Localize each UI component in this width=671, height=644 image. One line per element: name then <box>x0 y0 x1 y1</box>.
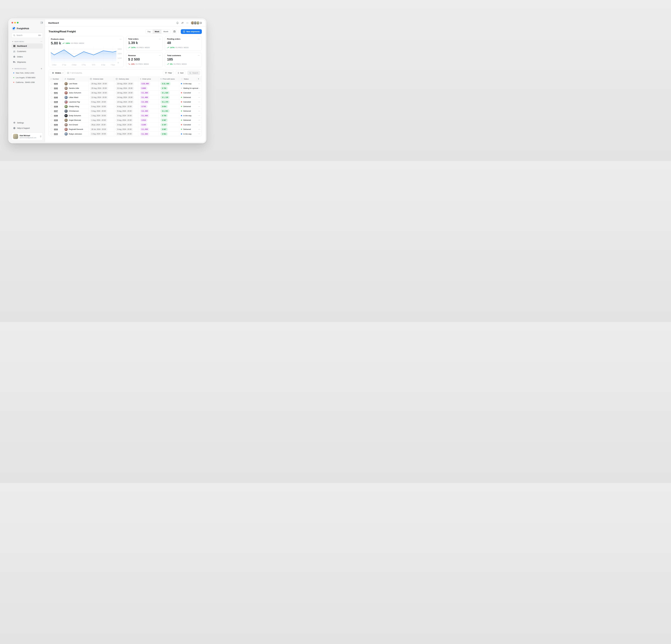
row-checkbox[interactable] <box>51 101 53 103</box>
row-menu-icon[interactable] <box>198 83 200 84</box>
entity-dropdown[interactable]: Orders <box>50 71 65 75</box>
order-number[interactable]: 0235 <box>54 124 58 126</box>
range-tab-month[interactable]: Month <box>161 29 170 34</box>
table-row[interactable]: 0241 J Julius Schumm 16 Aug, 2024 - 20:3… <box>49 91 202 95</box>
table-row[interactable]: 0234 R Reginald Denesik 28 Jul, 2024 - 2… <box>49 127 202 132</box>
row-menu-icon[interactable] <box>198 120 200 120</box>
sidebar-item-shipments[interactable]: Shipments <box>12 60 43 65</box>
brand-name: FreightHub <box>17 27 29 30</box>
sidebar-item-orders[interactable]: Orders <box>12 54 43 59</box>
row-menu-icon[interactable] <box>198 111 200 111</box>
zoom-window-button[interactable] <box>17 22 18 24</box>
stat-value: 185 <box>167 57 200 63</box>
column-header-delivery-date[interactable]: Delivery date <box>114 76 138 81</box>
order-number[interactable]: 0236 <box>54 119 58 121</box>
order-number[interactable]: 0243 <box>54 83 58 85</box>
column-header-status[interactable]: Status <box>179 76 202 81</box>
order-number[interactable]: 0242 <box>54 87 58 89</box>
table-row[interactable]: 0237 C Christiansen 3 Aug, 2024 - 20:30 … <box>49 109 202 113</box>
warehouse-item-california-56483-1098[interactable]: California . 56483-1098 <box>12 80 43 85</box>
row-checkbox[interactable] <box>51 92 53 94</box>
column-header-number[interactable]: # Number <box>49 76 63 81</box>
search-box[interactable]: ⌘K <box>12 33 43 38</box>
more-options-icon[interactable] <box>186 23 188 23</box>
stat-card-menu-icon[interactable] <box>198 39 200 39</box>
stat-card-menu-icon[interactable] <box>159 39 161 39</box>
add-column-button[interactable] <box>197 77 200 81</box>
row-menu-icon[interactable] <box>198 125 200 125</box>
filter-button[interactable]: Filter <box>163 71 174 75</box>
table-row[interactable]: 0236 A Angel Zboncak 1 Aug, 2024 - 20:30… <box>49 118 202 123</box>
row-checkbox[interactable] <box>51 83 53 85</box>
stat-card-menu-icon[interactable] <box>198 55 200 56</box>
search-input[interactable] <box>16 34 37 36</box>
warehouses-section-header[interactable]: WAREHOUSES <box>12 68 42 69</box>
column-header-price-with-taxes[interactable]: $ Price with taxes <box>159 76 179 81</box>
new-shipments-button[interactable]: New shipments <box>181 29 202 34</box>
order-number[interactable]: 0239 <box>54 101 58 103</box>
table-row[interactable]: 0238 G Gladys Kling 5 Aug, 2024 - 20:30 … <box>49 104 202 109</box>
range-tab-day[interactable]: Day <box>145 29 153 34</box>
chart-card-menu-icon[interactable] <box>120 39 122 39</box>
order-number[interactable]: 0237 <box>54 110 58 112</box>
table-search-button[interactable]: Search <box>187 71 200 75</box>
notifications-bell-icon[interactable] <box>176 22 179 24</box>
add-warehouse-icon[interactable] <box>41 68 42 69</box>
main-menu-options-icon[interactable] <box>40 41 42 42</box>
close-window-button[interactable] <box>12 22 13 24</box>
warehouse-item-new-york-31912-1443[interactable]: New York. 31912-1443 <box>12 70 43 75</box>
column-header-ordered-date[interactable]: Ordered date <box>88 76 114 81</box>
user-menu-updown-icon[interactable] <box>40 136 41 137</box>
row-menu-icon[interactable] <box>198 102 200 102</box>
columns-summary[interactable]: 7 of 8 Columns <box>67 72 82 74</box>
row-checkbox[interactable] <box>51 110 53 112</box>
table-row[interactable]: 0236 E Emily Schumm 1 Aug, 2024 - 20:30 … <box>49 113 202 118</box>
row-checkbox[interactable] <box>51 87 53 89</box>
table-row[interactable]: 0243 L Levi Rowe 20 Aug, 2024 - 20:30 23… <box>49 81 202 86</box>
row-checkbox[interactable] <box>51 105 53 107</box>
row-menu-icon[interactable] <box>198 88 200 89</box>
sidebar-toggle-icon[interactable] <box>40 22 43 24</box>
table-row[interactable]: 0240 L Lillian Ward 11 Aug, 2024 - 20:30… <box>49 95 202 100</box>
warehouse-item-los-angels-57368-5693[interactable]: Los Angels. 57368-5693 <box>12 75 43 80</box>
main-menu-section-header[interactable]: MAIN MENU <box>12 41 42 42</box>
row-menu-icon[interactable] <box>198 134 200 134</box>
row-menu-icon[interactable] <box>198 93 200 93</box>
sidebar-item-customers[interactable]: Customers <box>12 49 43 54</box>
row-menu-icon[interactable] <box>198 115 200 116</box>
range-tab-week[interactable]: Week <box>153 29 161 34</box>
row-checkbox[interactable] <box>51 115 53 117</box>
avatar-overflow-badge[interactable]: +12 <box>199 21 202 25</box>
table-row[interactable]: 0235 A Ann Emard 29 jul, 2024 - 20:30 3 … <box>49 123 202 127</box>
order-price-pill: $ 1, 000 <box>140 114 149 117</box>
row-menu-icon[interactable] <box>198 97 200 98</box>
sidebar-item-settings[interactable]: Settings <box>12 120 43 125</box>
minimize-window-button[interactable] <box>14 22 16 24</box>
order-number[interactable]: 0234 <box>54 128 58 130</box>
order-number[interactable]: 0238 <box>54 105 58 107</box>
order-number[interactable]: 0240 <box>54 96 58 98</box>
row-checkbox[interactable] <box>51 133 53 135</box>
row-checkbox[interactable] <box>51 119 53 121</box>
sidebar-item-help-support[interactable]: ? Help & Support <box>12 126 43 131</box>
row-menu-icon[interactable] <box>198 129 200 130</box>
column-header-customer[interactable]: Customer <box>63 76 88 81</box>
order-number[interactable]: 0233 <box>54 133 58 135</box>
calendar-button[interactable] <box>172 29 177 34</box>
team-avatar-stack[interactable]: +12 <box>191 21 202 25</box>
table-row[interactable]: 0239 L Laurence Fay 9 Aug, 2024 - 20:30 … <box>49 100 202 104</box>
order-number[interactable]: 0241 <box>54 92 58 94</box>
table-row[interactable]: 0233 R Robyn Johnston 1 Aug, 2024 - 20:3… <box>49 132 202 136</box>
row-checkbox[interactable] <box>51 128 53 130</box>
order-number[interactable]: 0236 <box>54 115 58 117</box>
user-profile-card[interactable]: Abel Michael abelmichael@gmail.com <box>12 132 43 140</box>
sidebar-item-dashboard[interactable]: Dashboard <box>12 43 43 49</box>
sort-button[interactable]: Sort <box>176 71 186 75</box>
share-icon[interactable] <box>181 22 184 24</box>
stat-card-menu-icon[interactable] <box>159 55 161 56</box>
row-checkbox[interactable] <box>51 96 53 98</box>
column-header-order-price[interactable]: $ Order price <box>138 76 159 81</box>
row-menu-icon[interactable] <box>198 106 200 107</box>
row-checkbox[interactable] <box>51 124 53 126</box>
table-row[interactable]: 0242 S Sandra Little 20 Aug, 2024 - 20:3… <box>49 86 202 91</box>
